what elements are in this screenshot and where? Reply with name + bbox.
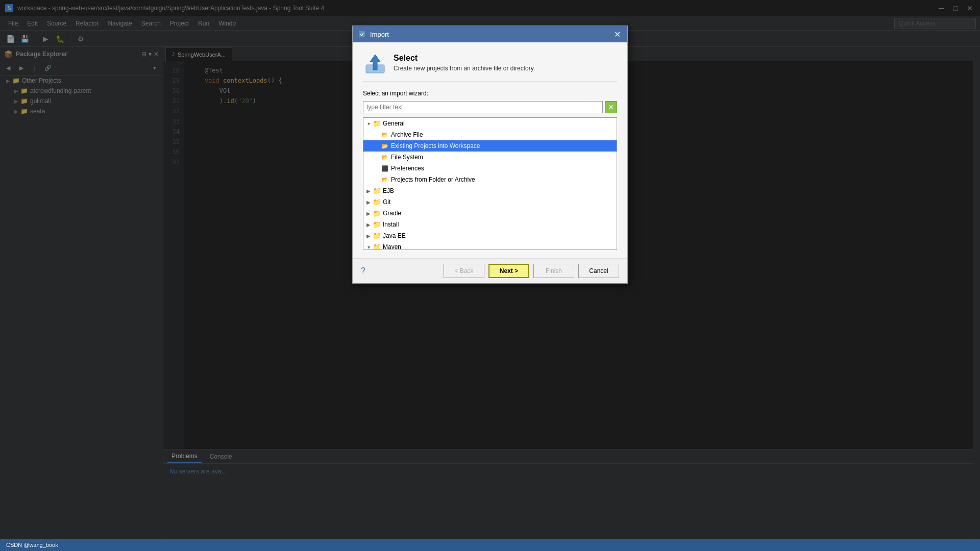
dialog-header-section: Select Create new projects from an archi…: [363, 51, 617, 82]
tree-item-ejb[interactable]: ▶ 📁 EJB: [363, 185, 617, 196]
tree-label-filesystem: File System: [391, 154, 423, 161]
filter-label: Select an import wizard:: [363, 90, 617, 97]
finish-button[interactable]: Finish: [533, 264, 574, 278]
tree-item-archive-file[interactable]: 📂 Archive File: [363, 129, 617, 140]
file-icon-prefs: ⬛: [381, 164, 389, 172]
tree-label-pfolder: Projects from Folder or Archive: [391, 176, 475, 183]
tree-label-install: Install: [383, 221, 399, 228]
status-text: CSDN @wang_book: [6, 542, 58, 548]
dialog-titlebar: Import ✕: [353, 26, 627, 42]
tree-label-gradle: Gradle: [383, 210, 401, 217]
folder-icon-ejb: 📁: [373, 187, 381, 195]
tree-item-maven[interactable]: ▾ 📁 Maven: [363, 241, 617, 250]
tree-item-git[interactable]: ▶ 📁 Git: [363, 196, 617, 208]
status-bar: CSDN @wang_book: [0, 539, 980, 551]
file-icon-archive: 📂: [381, 131, 389, 139]
tree-arrow-install: ▶: [365, 222, 372, 228]
tree-arrow-git: ▶: [365, 199, 372, 205]
import-wizard-tree[interactable]: ▾ 📁 General 📂 Archive File 📂 Existing Pr…: [363, 117, 617, 250]
folder-icon-git: 📁: [373, 198, 381, 206]
import-wizard-icon: [363, 51, 387, 75]
tree-item-javaee[interactable]: ▶ 📁 Java EE: [363, 230, 617, 241]
tree-label-maven: Maven: [383, 243, 401, 250]
tree-item-preferences[interactable]: ⬛ Preferences: [363, 163, 617, 174]
tree-item-projects-folder[interactable]: 📂 Projects from Folder or Archive: [363, 174, 617, 185]
tree-label-archive: Archive File: [391, 131, 423, 138]
dialog-footer: ? < Back Next > Finish Cancel: [353, 258, 627, 283]
cancel-button[interactable]: Cancel: [578, 264, 619, 278]
filter-clear-button[interactable]: ✕: [605, 101, 617, 113]
dialog-title: Import: [370, 31, 608, 38]
tree-item-gradle[interactable]: ▶ 📁 Gradle: [363, 208, 617, 219]
dialog-body: Select Create new projects from an archi…: [353, 42, 627, 258]
tree-arrow-javaee: ▶: [365, 233, 372, 239]
tree-label-ejb: EJB: [383, 187, 394, 194]
dialog-main-desc: Create new projects from an archive file…: [394, 65, 535, 72]
dialog-close-button[interactable]: ✕: [612, 29, 622, 39]
folder-icon-general: 📁: [373, 119, 381, 128]
back-button[interactable]: < Back: [444, 264, 484, 278]
filter-input[interactable]: [363, 101, 603, 113]
file-icon-filesystem: 📂: [381, 153, 389, 161]
tree-label-prefs: Preferences: [391, 165, 424, 172]
tree-arrow-general: ▾: [365, 121, 372, 127]
tree-label-general: General: [383, 120, 405, 127]
next-button[interactable]: Next >: [488, 264, 529, 278]
tree-label-git: Git: [383, 198, 390, 206]
tree-arrow-maven: ▾: [365, 244, 372, 250]
help-icon[interactable]: ?: [361, 266, 365, 276]
file-icon-pfolder: 📂: [381, 176, 389, 184]
tree-arrow-gradle: ▶: [365, 211, 372, 216]
tree-item-file-system[interactable]: 📂 File System: [363, 152, 617, 163]
dialog-header-text: Select Create new projects from an archi…: [394, 54, 535, 72]
filter-row: ✕: [363, 101, 617, 113]
tree-arrow-ejb: ▶: [365, 188, 372, 194]
file-icon-existing: 📂: [381, 142, 389, 150]
folder-icon-maven: 📁: [373, 243, 381, 250]
tree-label-javaee: Java EE: [383, 232, 406, 239]
folder-icon-gradle: 📁: [373, 209, 381, 217]
tree-item-existing-projects[interactable]: 📂 Existing Projects into Workspace: [363, 140, 617, 152]
dialog-title-icon: [358, 30, 366, 38]
tree-item-general[interactable]: ▾ 📁 General: [363, 118, 617, 129]
import-dialog: Import ✕ Select Create new projects from…: [352, 26, 628, 284]
svg-rect-0: [359, 31, 365, 37]
folder-icon-javaee: 📁: [373, 232, 381, 240]
dialog-main-title: Select: [394, 54, 535, 63]
folder-icon-install: 📁: [373, 220, 381, 229]
dialog-overlay: Import ✕ Select Create new projects from…: [0, 0, 980, 551]
tree-label-existing: Existing Projects into Workspace: [391, 142, 480, 149]
dialog-header-icon: [363, 51, 387, 75]
tree-item-install[interactable]: ▶ 📁 Install: [363, 219, 617, 230]
